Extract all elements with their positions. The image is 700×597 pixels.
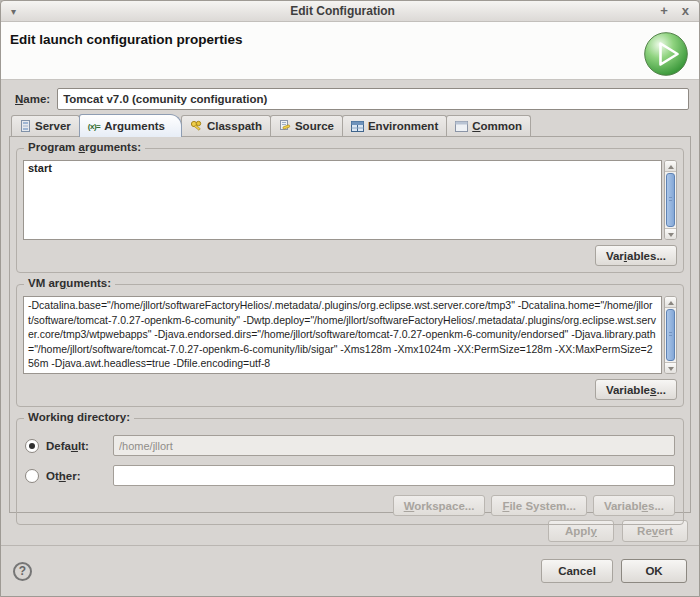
tab-environment[interactable]: Environment [342,115,447,136]
other-radio-label: Other: [46,470,106,482]
arguments-icon: (x)= [88,122,100,131]
working-directory-group: Working directory: Default: Other: Works… [16,418,684,525]
close-icon[interactable]: x [682,4,689,18]
scroll-down-icon[interactable] [665,228,676,239]
program-arguments-scrollbar [664,160,677,240]
server-icon [20,120,31,132]
tab-label: Source [295,120,334,132]
source-icon [279,120,291,132]
name-input[interactable] [57,88,689,110]
maximize-icon[interactable]: + [660,4,668,18]
default-directory-input [113,435,675,456]
scrollbar-thumb[interactable] [666,309,675,361]
default-directory-row: Default: [25,435,675,456]
program-variables-button[interactable]: Variables... [595,245,677,266]
dialog-button-bar: ? Cancel OK [1,545,699,596]
file-system-button[interactable]: File System... [491,495,587,516]
tab-label: Classpath [207,120,262,132]
other-directory-input[interactable] [113,465,675,486]
name-label: Name: [15,93,50,105]
dialog-header: Edit launch configuration properties [1,22,699,80]
help-icon[interactable]: ? [13,562,32,581]
directory-variables-button[interactable]: Variables... [593,495,675,516]
vm-arguments-group: VM arguments: -Dcatalina.base="/home/jll… [16,284,684,407]
vm-arguments-scrollbar [664,296,677,374]
tab-source[interactable]: Source [270,115,343,136]
scroll-up-icon[interactable] [665,161,676,172]
tab-common[interactable]: Common [446,115,531,136]
ok-button[interactable]: OK [621,559,687,583]
window-menu-icon[interactable]: ▾ [11,6,25,17]
tab-label: Environment [368,120,438,132]
tab-label: Common [472,120,522,132]
edit-configuration-dialog: ▾ Edit Configuration + x Edit launch con… [0,0,700,597]
common-icon [455,121,468,132]
vm-arguments-label: VM arguments: [24,277,115,289]
tab-arguments[interactable]: (x)= Arguments [79,114,182,137]
dialog-content: Name: Server (x)= Arguments Classpath [1,80,699,545]
name-row: Name: [15,87,689,110]
other-radio[interactable] [25,469,39,483]
working-directory-label: Working directory: [24,411,134,423]
arguments-tab-panel: Program arguments: start Variables... VM… [9,136,691,513]
workspace-button[interactable]: Workspace... [393,495,486,516]
scroll-down-icon[interactable] [665,362,676,373]
run-launch-icon [643,31,689,77]
program-arguments-textarea[interactable]: start [23,160,662,240]
tab-label: Server [35,120,71,132]
program-arguments-label: Program arguments: [24,141,145,153]
default-radio[interactable] [25,439,39,453]
vm-variables-button[interactable]: Variables... [595,379,677,400]
environment-icon [351,121,364,132]
scroll-up-icon[interactable] [665,297,676,308]
program-arguments-group: Program arguments: start Variables... [16,148,684,273]
tab-classpath[interactable]: Classpath [181,115,271,136]
page-title: Edit launch configuration properties [10,30,243,47]
window-title: Edit Configuration [25,4,660,18]
vm-arguments-textarea[interactable]: -Dcatalina.base="/home/jllort/softwareFa… [23,296,662,374]
tab-label: Arguments [104,120,165,132]
other-directory-row: Other: [25,465,675,486]
scrollbar-thumb[interactable] [666,173,675,227]
classpath-icon [190,120,203,132]
titlebar: ▾ Edit Configuration + x [1,1,699,22]
tab-bar: Server (x)= Arguments Classpath Source [9,114,691,136]
tab-server[interactable]: Server [11,115,80,136]
cancel-button[interactable]: Cancel [541,559,613,583]
default-radio-label: Default: [46,440,106,452]
